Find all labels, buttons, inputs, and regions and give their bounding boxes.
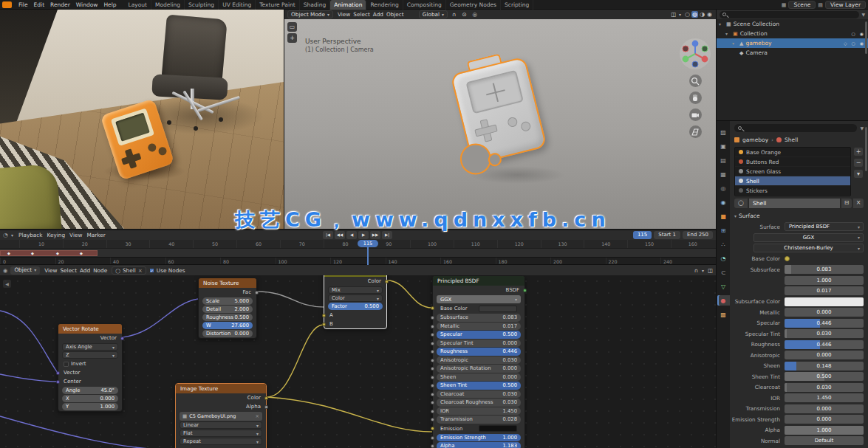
outliner-row[interactable]: ◆ Camera bbox=[717, 48, 868, 58]
input-socket[interactable] bbox=[431, 333, 434, 337]
color-output-socket[interactable] bbox=[385, 280, 389, 283]
properties-tab[interactable]: ⊞ bbox=[717, 225, 730, 235]
properties-tab[interactable]: ▨ bbox=[717, 127, 730, 137]
slot-action-button[interactable]: − bbox=[853, 158, 864, 168]
outliner-row[interactable]: ▾ ▲ gameboy ◇ ○ ◉ bbox=[717, 38, 868, 48]
editor-type-caret-icon[interactable]: ▾ bbox=[11, 232, 13, 238]
breadcrumb-material[interactable]: Shell bbox=[785, 137, 798, 143]
distribution-dropdown[interactable]: GGX▾ bbox=[437, 295, 521, 303]
property-field[interactable]: 1.000 ▾ bbox=[785, 276, 864, 285]
input-socket[interactable] bbox=[431, 325, 434, 328]
bsdf-input-row[interactable]: Metallic 0.017 bbox=[437, 323, 521, 331]
property-field[interactable]: 0.030 ▾ bbox=[785, 383, 864, 392]
timeline-menu-item[interactable]: View bbox=[67, 232, 84, 238]
node-principled-bsdf[interactable]: Principled BSDF BSDF GGX▾ Base Color bbox=[432, 275, 525, 448]
property-field[interactable]: Principled BSDF ▾ bbox=[785, 222, 864, 231]
input-socket[interactable] bbox=[431, 393, 434, 396]
bsdf-input-row[interactable]: Emission bbox=[437, 424, 521, 433]
node-editor-menu-item[interactable]: Node bbox=[92, 267, 109, 274]
bsdf-input-row[interactable]: Base Color bbox=[437, 304, 521, 313]
material-selector[interactable]: ◯ Shell × bbox=[112, 266, 146, 275]
shading-mode-icon[interactable]: ◍ bbox=[691, 11, 698, 18]
rotate-type-dropdown[interactable]: Axis Angle▾ bbox=[62, 343, 118, 351]
render-preview-panel[interactable] bbox=[0, 10, 284, 229]
camera-view-gizmo[interactable] bbox=[689, 108, 702, 121]
outliner-row[interactable]: ▾ ▦ Scene Collection bbox=[717, 19, 868, 29]
material-slot-row[interactable]: Buttons Red bbox=[735, 157, 850, 167]
property-field[interactable]: 0.000 ▾ bbox=[785, 415, 864, 424]
playhead-frame-badge[interactable]: 115 bbox=[358, 240, 378, 247]
overlays-icon[interactable]: ◫ bbox=[708, 267, 713, 274]
bsdf-input-row[interactable]: Specular 0.500 bbox=[437, 331, 521, 339]
node-editor-icon[interactable]: ◉ bbox=[3, 267, 7, 274]
node-mix[interactable]: Mix Color Mix▾ Color▾ Factor0.500 A B bbox=[324, 266, 387, 329]
properties-tab[interactable]: ◔ bbox=[717, 253, 730, 263]
material-name-field[interactable]: Shell bbox=[749, 199, 840, 208]
node-editor-menu-item[interactable]: Select bbox=[58, 267, 78, 274]
properties-tab[interactable]: ⊂ bbox=[717, 267, 730, 278]
input-socket[interactable] bbox=[431, 350, 434, 354]
pivot-icon[interactable]: ⊙ bbox=[460, 11, 468, 18]
fake-user-button[interactable]: ⊟ bbox=[841, 199, 852, 208]
expand-arrow-icon[interactable]: ▾ bbox=[719, 21, 724, 27]
properties-search-input[interactable] bbox=[734, 124, 857, 132]
center-input-socket[interactable] bbox=[56, 380, 60, 384]
workspace-tab[interactable]: UV Editing bbox=[219, 0, 256, 10]
topbar-menu-item[interactable]: Render bbox=[47, 1, 73, 8]
bsdf-input-row[interactable]: Anisotropic Rotation 0.000 bbox=[437, 365, 521, 373]
expand-arrow-icon[interactable]: ▾ bbox=[725, 31, 731, 36]
shader-type-dropdown[interactable]: Object▾ bbox=[10, 266, 40, 275]
input-socket[interactable] bbox=[431, 316, 434, 320]
input-socket[interactable] bbox=[431, 401, 434, 404]
workspace-tab[interactable]: Sculpting bbox=[185, 0, 219, 10]
property-field[interactable]: 0.446 ▾ bbox=[785, 319, 864, 328]
keyframe-diamond-icon[interactable]: ◆ bbox=[56, 251, 59, 255]
bsdf-input-row[interactable]: Sheen 0.000 bbox=[437, 373, 521, 382]
property-field[interactable]: Christensen-Burley ▾ bbox=[753, 244, 864, 252]
keyframe-diamond-icon[interactable]: ◆ bbox=[7, 251, 10, 255]
alpha-output-socket[interactable] bbox=[264, 405, 268, 409]
vector-output-socket[interactable] bbox=[120, 337, 124, 340]
property-field[interactable]: ▾ bbox=[793, 255, 864, 263]
keyframe-diamond-icon[interactable]: ◆ bbox=[80, 251, 83, 255]
properties-tab[interactable]: ▤ bbox=[717, 155, 730, 165]
input-socket[interactable] bbox=[431, 342, 434, 345]
pan-hand-gizmo[interactable] bbox=[689, 92, 702, 104]
properties-tab[interactable]: ◎ bbox=[717, 183, 730, 193]
property-field[interactable]: 0.148 ▾ bbox=[785, 362, 864, 371]
properties-tab[interactable]: ▽ bbox=[717, 281, 730, 292]
viewport-tool-button[interactable]: + bbox=[287, 33, 297, 43]
bsdf-input-row[interactable]: IOR 1.450 bbox=[437, 407, 521, 416]
breadcrumb-object[interactable]: gameboy bbox=[742, 137, 768, 143]
unlink-icon[interactable]: × bbox=[138, 267, 143, 274]
property-field[interactable]: 0.000 ▾ bbox=[785, 308, 864, 317]
snap-magnet-icon[interactable]: ∩ bbox=[694, 267, 698, 274]
slot-action-button[interactable]: ▾ bbox=[853, 169, 864, 179]
snap-magnet-icon[interactable]: ∩ bbox=[451, 11, 457, 18]
viewport-menu-item[interactable]: View bbox=[336, 11, 352, 18]
bsdf-output-socket[interactable] bbox=[523, 289, 527, 292]
timeline-menu-item[interactable]: Keying bbox=[45, 232, 68, 238]
linked-input-socket-icon[interactable] bbox=[785, 256, 790, 261]
data-type-dropdown[interactable]: Color▾ bbox=[328, 294, 383, 302]
workspace-tab[interactable]: Texture Paint bbox=[256, 0, 299, 10]
properties-tab[interactable]: ◉ bbox=[717, 197, 730, 207]
3d-viewport[interactable]: Object Mode▾ ViewSelectAddObject Global▾… bbox=[284, 10, 716, 229]
expand-arrow-icon[interactable]: ▾ bbox=[732, 41, 737, 46]
blend-mode-dropdown[interactable]: Mix▾ bbox=[328, 286, 383, 294]
color-b-input-socket[interactable] bbox=[322, 323, 326, 326]
topbar-menu-item[interactable]: Edit bbox=[31, 1, 48, 8]
input-socket[interactable] bbox=[431, 359, 434, 362]
material-slot-row[interactable]: Stickers bbox=[735, 186, 850, 196]
mode-dropdown[interactable]: Object Mode▾ bbox=[287, 10, 333, 18]
node-title[interactable]: Principled BSDF bbox=[433, 276, 524, 286]
property-field[interactable]: Default ▾ bbox=[785, 436, 864, 445]
outliner-row[interactable]: ▾ ▣ Collection ○ ◉ bbox=[717, 29, 868, 38]
workspace-tab[interactable]: Compositing bbox=[403, 0, 446, 10]
viewport-menu-item[interactable]: Add bbox=[372, 11, 385, 18]
node-title[interactable]: Noise Texture bbox=[199, 278, 256, 288]
timeline-editor-icon[interactable]: ◔ bbox=[3, 232, 8, 238]
fac-output-socket[interactable] bbox=[255, 291, 259, 294]
axis-dropdown[interactable]: Z▾ bbox=[62, 351, 118, 359]
node-vector-rotate[interactable]: Vector Rotate Vector Axis Angle▾ Z▾ Inve… bbox=[58, 323, 123, 412]
